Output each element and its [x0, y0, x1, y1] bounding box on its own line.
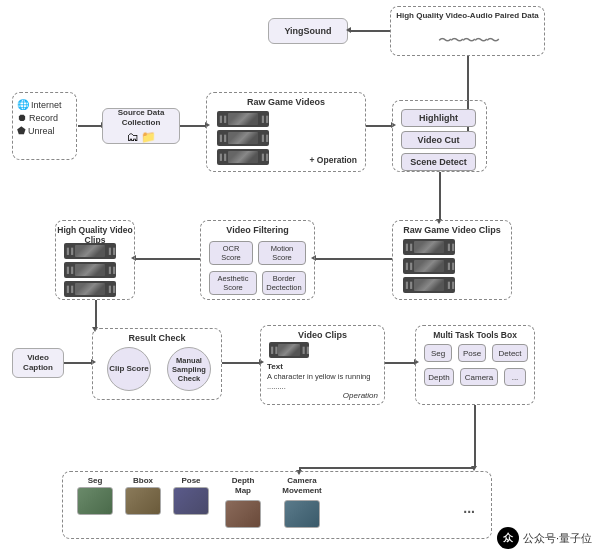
arrow-bottom-h — [299, 467, 474, 469]
rgvc-film-2 — [403, 258, 455, 274]
hqvc-filmstrip — [64, 243, 116, 297]
bottom-pose-label: Pose — [181, 476, 200, 485]
rgvc-film-3 — [403, 277, 455, 293]
bottom-pose-thumb — [173, 487, 209, 515]
internet-sources-content: 🌐 Internet ⏺ Record ⬟ Unreal — [13, 93, 76, 140]
arrow-vf-hqvc — [135, 258, 200, 260]
video-clips-text-box: Video Clips Text A character in yellow i… — [260, 325, 385, 405]
rgvc-film-1 — [403, 239, 455, 255]
rgv-filmstrip — [217, 111, 269, 165]
internet-item: 🌐 Internet — [17, 99, 72, 110]
arrow-internet-sdc — [78, 125, 102, 127]
bottom-bbox-label: Bbox — [133, 476, 153, 485]
bottom-bbox-thumb — [125, 487, 161, 515]
rgvc-label: Raw Game Video Clips — [393, 225, 511, 235]
yingsound-label: YingSound — [284, 26, 331, 36]
pose-btn[interactable]: Pose — [458, 344, 486, 362]
vclips-label: Video Clips — [261, 330, 384, 340]
mttb-box: Multi Task Tools Box Seg Pose Detect Dep… — [415, 325, 535, 405]
sdc-label: Source Data Collection — [103, 108, 179, 127]
watermark: 众 公众号·量子位 — [497, 527, 592, 549]
film-piece-1 — [217, 111, 269, 127]
bottom-camera-thumb — [284, 500, 320, 528]
hq-video-clips-box: High Quality Video Clips — [55, 220, 135, 300]
bottom-depthmap-thumb — [225, 500, 261, 528]
raw-game-videos-box: Raw Game Videos + Operation — [206, 92, 366, 172]
raw-game-video-clips-box: Raw Game Video Clips — [392, 220, 512, 300]
hq-va-data-box: High Quality Video-Audio Paired Data 〜〜〜… — [390, 6, 545, 56]
vclips-operation: Operation — [343, 391, 378, 400]
record-item: ⏺ Record — [17, 112, 72, 123]
camera-btn[interactable]: Camera — [460, 368, 498, 386]
arrow-mttb-bottom — [474, 405, 476, 467]
hqvc-film-2 — [64, 262, 116, 278]
bottom-depthmap-label: DepthMap — [232, 476, 255, 495]
unreal-item: ⬟ Unreal — [17, 125, 72, 136]
rgv-label: Raw Game Videos — [207, 97, 365, 107]
manual-sampling-btn[interactable]: Manual Sampling Check — [167, 347, 211, 391]
bottom-depthmap: DepthMap — [219, 476, 267, 528]
detect-btn[interactable]: Detect — [492, 344, 528, 362]
result-check-box: Result Check Clip Score Manual Sampling … — [92, 328, 222, 400]
ocr-score-btn[interactable]: OCR Score — [209, 241, 253, 265]
operation-label: + Operation — [310, 155, 357, 165]
bottom-camera: CameraMovement — [273, 476, 331, 528]
vc-label: Video Caption — [13, 353, 63, 372]
vclips-film-piece — [269, 342, 309, 358]
arrow-vclips-mttb — [385, 362, 415, 364]
mttb-ellipsis-btn[interactable]: ... — [504, 368, 526, 386]
yingsound-box: YingSound — [268, 18, 348, 44]
bottom-ellipsis: ... — [463, 500, 475, 516]
bottom-bbox: Bbox — [123, 476, 163, 515]
rgvc-filmstrip — [403, 239, 455, 293]
mttb-label: Multi Task Tools Box — [416, 330, 534, 340]
film-piece-3 — [217, 149, 269, 165]
motion-score-btn[interactable]: Motion Score — [258, 241, 306, 265]
arrow-rc-vclips — [222, 362, 260, 364]
arrow-highlight-rgvc — [439, 172, 441, 220]
clip-score-btn[interactable]: Clip Score — [107, 347, 151, 391]
seg-btn[interactable]: Seg — [424, 344, 452, 362]
arrow-hqvc-rc — [95, 300, 97, 328]
arrow-vc-rc — [64, 362, 92, 364]
vf-label: Video Filtering — [201, 225, 314, 235]
watermark-text: 公众号·量子位 — [523, 531, 592, 546]
video-caption-box: Video Caption — [12, 348, 64, 378]
audio-wave-icon: 〜〜〜〜〜 — [438, 32, 498, 50]
diagram: High Quality Video-Audio Paired Data 〜〜〜… — [0, 0, 600, 557]
highlight-btn[interactable]: Highlight — [401, 109, 476, 127]
bottom-pose: Pose — [171, 476, 211, 515]
highlight-group-box: Highlight Video Cut Scene Detect — [392, 100, 487, 172]
video-cut-btn[interactable]: Video Cut — [401, 131, 476, 149]
video-filtering-box: Video Filtering OCR Score Motion Score A… — [200, 220, 315, 300]
internet-sources-box: 🌐 Internet ⏺ Record ⬟ Unreal — [12, 92, 77, 160]
watermark-logo: 众 — [497, 527, 519, 549]
arrow-rgv-right — [366, 125, 392, 127]
source-data-collection-box: Source Data Collection 🗂 📁 — [102, 108, 180, 144]
depth-btn[interactable]: Depth — [424, 368, 454, 386]
arrow-rgvc-vf — [315, 258, 392, 260]
scene-detect-btn[interactable]: Scene Detect — [401, 153, 476, 171]
bottom-strip-box: Seg Bbox Pose DepthMap CameraMovement ..… — [62, 471, 492, 539]
aesthetic-score-btn[interactable]: Aesthetic Score — [209, 271, 257, 295]
vclips-film — [269, 342, 309, 358]
film-piece-2 — [217, 130, 269, 146]
arrow-yingsound-hqdata — [350, 30, 390, 32]
border-detection-btn[interactable]: Border Dectection — [262, 271, 306, 295]
text-content: A character in yellow is running .......… — [267, 372, 380, 392]
text-label: Text — [267, 362, 283, 371]
bottom-seg-label: Seg — [88, 476, 103, 485]
hqvc-film-1 — [64, 243, 116, 259]
sdc-icons: 🗂 📁 — [127, 130, 156, 144]
arrow-sdc-rgv — [180, 125, 206, 127]
bottom-seg-thumb — [77, 487, 113, 515]
bottom-camera-label: CameraMovement — [282, 476, 322, 495]
hq-va-data-label: High Quality Video-Audio Paired Data — [395, 11, 540, 20]
hqvc-film-3 — [64, 281, 116, 297]
rc-label: Result Check — [93, 333, 221, 343]
bottom-seg: Seg — [75, 476, 115, 515]
